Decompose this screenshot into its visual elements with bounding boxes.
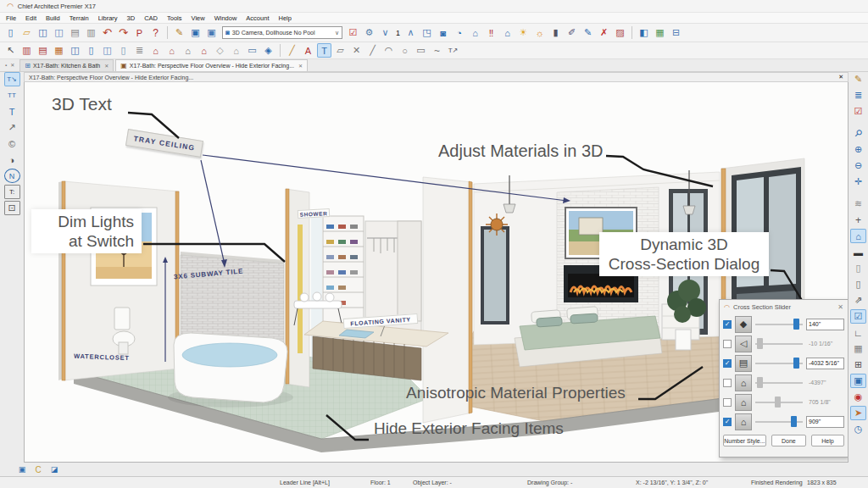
number-style-tool[interactable]: ⊡ xyxy=(4,201,20,215)
edit-active-view-button[interactable]: ✎ xyxy=(172,25,186,40)
display-options-button[interactable]: ◧ xyxy=(637,25,651,40)
text-arrow-tool[interactable]: ↗ xyxy=(4,120,20,135)
blank-page-button[interactable]: ▯ xyxy=(850,261,866,275)
section-checkbox[interactable]: ✓ xyxy=(723,359,732,368)
undo-button[interactable]: ↶ xyxy=(100,25,114,40)
zoom-in-button[interactable]: ⊕ xyxy=(850,142,866,157)
dialog-close-button[interactable]: ✕ xyxy=(837,303,843,311)
section-checkbox[interactable] xyxy=(723,340,732,348)
document-tab[interactable]: ▣X17-Bath: Perspective Floor Overview - … xyxy=(115,59,308,71)
section-checkbox[interactable]: ✓ xyxy=(723,320,732,329)
mouse-orbit-button[interactable]: ◔ xyxy=(452,25,466,40)
dollhouse-view-button[interactable]: ⌂ xyxy=(500,25,515,40)
spline-tool[interactable]: ~ xyxy=(430,43,444,58)
menu-build[interactable]: Build xyxy=(46,14,60,22)
leader-line-button[interactable]: ⇗ xyxy=(850,293,866,308)
tab-close-button[interactable]: ✕ xyxy=(104,63,108,69)
done-button[interactable]: Done xyxy=(771,435,806,446)
soffit-tool[interactable]: ▭ xyxy=(245,43,259,58)
menu-library[interactable]: Library xyxy=(98,14,118,22)
up-one-floor-button[interactable]: ∧ xyxy=(403,25,418,40)
backdrop-button[interactable]: ▦ xyxy=(653,25,667,40)
dialog-defaults-button[interactable]: ☑ xyxy=(850,104,866,119)
record-walkthrough-button[interactable]: ◉ xyxy=(850,390,866,404)
adjust-lights-button[interactable]: ☼ xyxy=(532,25,547,40)
dock-pin-icon[interactable]: ▪ xyxy=(5,63,7,68)
section-checkbox[interactable]: ✓ xyxy=(723,418,732,426)
sunlight-button[interactable]: ☀ xyxy=(516,25,531,40)
spray-tool-button[interactable]: ▮ xyxy=(548,25,563,40)
fill-window-button[interactable]: ✛ xyxy=(850,175,866,189)
fencing-tool[interactable]: ▦ xyxy=(52,43,66,58)
toolbar-panels-button[interactable]: ⊟ xyxy=(669,25,683,40)
section-slider[interactable] xyxy=(755,377,803,389)
railing-tool[interactable]: ▤ xyxy=(36,43,50,58)
cad-arc-tool[interactable]: ◠ xyxy=(381,43,396,58)
save-camera-button[interactable]: ▣ xyxy=(188,25,203,40)
cad-box-tool[interactable]: ▭ xyxy=(414,43,428,58)
document-tab[interactable]: ⊞X17-Bath: Kitchen & Bath✕ xyxy=(19,59,114,71)
zoom-tool-button[interactable]: ⚲ xyxy=(848,123,868,144)
leader-line-text-tool[interactable]: T↗ xyxy=(446,43,460,58)
cross-hair-button[interactable]: + xyxy=(850,213,866,227)
masonry-fireplace-tool[interactable]: ⌂ xyxy=(197,43,211,58)
cad-line-tool[interactable]: ╱ xyxy=(365,43,380,58)
primitive-box-tool[interactable]: ◈ xyxy=(261,43,275,58)
delete-object-button[interactable]: ✗ xyxy=(597,25,611,40)
menu-cad[interactable]: CAD xyxy=(144,14,158,22)
dock-close-icon[interactable]: ✕ xyxy=(10,62,14,68)
saved-camera-dropdown[interactable]: ◙ 3D Camera, Dollhouse No Pool ∨ xyxy=(222,26,342,39)
library-edit-button[interactable]: ✎ xyxy=(850,72,866,86)
menu-file[interactable]: File xyxy=(6,14,16,22)
snapshot-camera-button[interactable]: ◙ xyxy=(436,25,450,40)
slider-handle[interactable] xyxy=(775,396,781,408)
project-browser-panel-button[interactable]: ≣ xyxy=(850,88,866,103)
menu-account[interactable]: Account xyxy=(246,14,269,22)
cad-circle-tool[interactable]: ○ xyxy=(398,43,412,58)
doorway-tool[interactable]: ▯ xyxy=(116,43,131,58)
plot-graph-button[interactable]: ∟ xyxy=(850,325,866,340)
open-plan-button[interactable]: ▱ xyxy=(19,25,34,40)
material-painter-button[interactable]: ✎ xyxy=(581,25,595,40)
toggle-dialog-button[interactable]: ☑ xyxy=(346,25,360,40)
menu-3d[interactable]: 3D xyxy=(127,14,136,22)
north-pointer-tool[interactable]: N xyxy=(4,169,20,183)
cross-marker-tool[interactable]: ✕ xyxy=(349,43,364,58)
text-macro-tool[interactable]: T: xyxy=(4,185,20,199)
view-close-button[interactable]: ✕ xyxy=(838,74,843,80)
display-options-panel-button[interactable]: ⌂ xyxy=(850,229,866,243)
help-button[interactable]: Help xyxy=(811,435,844,446)
redo-button[interactable]: ↷ xyxy=(116,25,131,40)
slider-handle[interactable] xyxy=(757,377,763,388)
page-preview-button[interactable]: ▯ xyxy=(850,277,866,291)
cad-polyline-tool[interactable]: ▱ xyxy=(333,43,348,58)
camera-viewport[interactable]: TRAY CEILING 3X6 SUBWAY TILE WATERCLOSET… xyxy=(24,82,849,463)
section-checkbox[interactable] xyxy=(723,379,732,387)
tab-close-button[interactable]: ✕ xyxy=(298,63,303,69)
project-browser-button[interactable]: P xyxy=(132,25,147,40)
camera-view-button[interactable]: ◳ xyxy=(420,25,434,40)
camera-options-button[interactable]: ▣ xyxy=(16,464,28,475)
copy-region-button[interactable]: C xyxy=(32,464,44,475)
section-slider[interactable] xyxy=(755,319,803,330)
grid-snap-button[interactable]: ⊞ xyxy=(850,358,866,372)
menu-tools[interactable]: Tools xyxy=(167,14,182,22)
window-tool[interactable]: ◫ xyxy=(68,43,82,58)
camera-box-button[interactable]: ▣ xyxy=(850,374,866,388)
section-checkbox[interactable] xyxy=(723,398,732,407)
sliding-door-tool[interactable]: ◫ xyxy=(100,43,114,58)
auto-roof-tool[interactable]: ⌂ xyxy=(229,43,243,58)
text-tool[interactable]: T xyxy=(4,104,20,119)
rich-text-tool[interactable]: TT xyxy=(4,88,20,103)
menu-terrain[interactable]: Terrain xyxy=(70,14,89,22)
slider-handle[interactable] xyxy=(793,319,799,330)
eyedropper-button[interactable]: ✐ xyxy=(565,25,579,40)
straight-wall-tool[interactable]: ▥ xyxy=(19,43,34,58)
door-tool[interactable]: ▯ xyxy=(84,43,98,58)
fireplace-tool[interactable]: ⌂ xyxy=(148,43,163,58)
menu-view[interactable]: View xyxy=(192,14,205,22)
help-button[interactable]: ? xyxy=(148,25,163,40)
slider-handle[interactable] xyxy=(791,416,797,427)
select-arrow-tool[interactable]: ↖ xyxy=(3,43,18,58)
niche-tool[interactable]: ⌂ xyxy=(181,43,195,58)
